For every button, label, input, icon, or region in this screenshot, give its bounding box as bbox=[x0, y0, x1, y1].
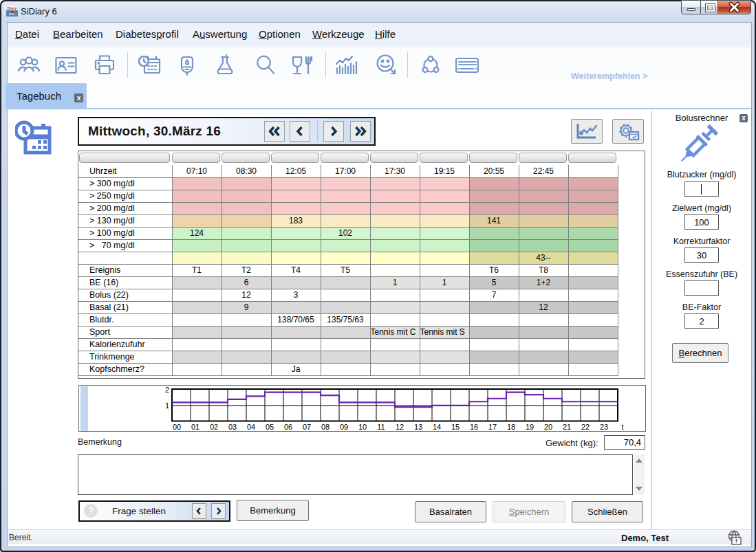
svg-text:22: 22 bbox=[581, 423, 590, 431]
svg-text:01: 01 bbox=[191, 423, 199, 431]
svg-text:00: 00 bbox=[173, 423, 181, 431]
svg-text:21: 21 bbox=[563, 423, 571, 431]
svg-text:20: 20 bbox=[544, 423, 552, 431]
svg-text:04: 04 bbox=[247, 423, 255, 431]
svg-text:18: 18 bbox=[507, 423, 515, 431]
svg-text:23: 23 bbox=[600, 423, 608, 431]
svg-text:14: 14 bbox=[433, 423, 441, 431]
svg-text:10: 10 bbox=[358, 423, 367, 431]
svg-text:02: 02 bbox=[210, 423, 218, 431]
svg-text:06: 06 bbox=[284, 423, 292, 431]
svg-text:17: 17 bbox=[488, 423, 497, 431]
svg-text:15: 15 bbox=[451, 423, 460, 431]
svg-text:07: 07 bbox=[303, 423, 311, 431]
svg-text:t: t bbox=[621, 423, 623, 431]
svg-text:05: 05 bbox=[266, 423, 274, 431]
svg-text:03: 03 bbox=[228, 423, 237, 431]
svg-text:09: 09 bbox=[340, 423, 348, 431]
svg-text:08: 08 bbox=[321, 423, 330, 431]
svg-text:11: 11 bbox=[377, 423, 385, 431]
svg-text:13: 13 bbox=[414, 423, 422, 431]
svg-text:12: 12 bbox=[396, 423, 404, 431]
svg-text:16: 16 bbox=[470, 423, 478, 431]
svg-text:2: 2 bbox=[165, 386, 169, 394]
svg-text:Diary: Diary bbox=[8, 6, 18, 10]
svg-text:1: 1 bbox=[165, 401, 169, 410]
svg-text:19: 19 bbox=[526, 423, 534, 431]
